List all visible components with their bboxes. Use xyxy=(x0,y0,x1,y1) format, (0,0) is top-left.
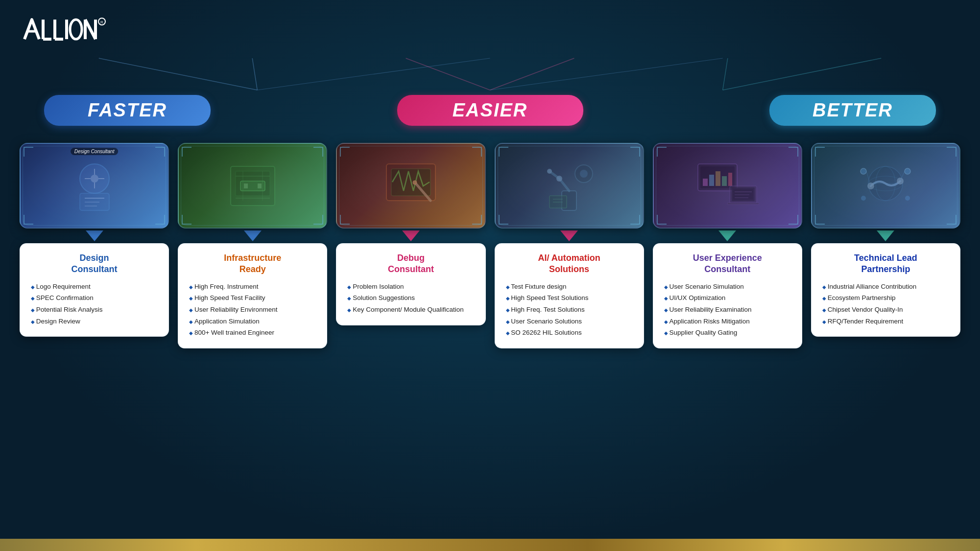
svg-line-16 xyxy=(490,58,574,90)
svg-point-76 xyxy=(905,196,910,201)
image-infrastructure xyxy=(178,143,327,229)
column-debug: DebugConsultant Problem Isolation Soluti… xyxy=(336,143,485,348)
svg-rect-59 xyxy=(728,173,732,186)
image-debug xyxy=(336,143,485,229)
svg-point-49 xyxy=(580,170,588,178)
card-ai: AI/ AutomationSolutions Test Fixture des… xyxy=(495,243,644,348)
easier-pill: EASIER xyxy=(397,95,583,126)
card-title-ux: User ExperienceConsultant xyxy=(662,253,793,276)
allion-logo: R xyxy=(20,15,118,44)
column-ux: User ExperienceConsultant User Scenario … xyxy=(653,143,802,348)
faster-pill: FASTER xyxy=(44,95,211,126)
arrow-partnership xyxy=(877,230,894,241)
list-item: Design Review xyxy=(29,316,160,327)
svg-point-42 xyxy=(413,181,417,184)
image-partnership xyxy=(811,143,960,229)
better-pill: BETTER xyxy=(769,95,936,126)
svg-point-25 xyxy=(91,175,98,183)
arrow-ai xyxy=(560,230,578,241)
svg-rect-62 xyxy=(733,189,753,200)
list-item: User Reliability Examination xyxy=(662,304,793,315)
svg-rect-56 xyxy=(709,175,714,186)
svg-point-75 xyxy=(861,196,866,201)
svg-point-47 xyxy=(547,169,552,174)
list-item: High Freq. Test Solutions xyxy=(504,304,635,315)
card-title-infra: InfrastructureReady xyxy=(187,253,318,276)
list-item: Application Simulation xyxy=(187,316,318,327)
better-group: BETTER xyxy=(769,95,936,126)
image-icon-debug xyxy=(337,144,484,228)
arrow-debug xyxy=(402,230,420,241)
list-item: Chipset Vendor Quality-In xyxy=(820,304,951,315)
list-item: Problem Isolation xyxy=(345,281,476,292)
list-item: 800+ Well trained Engineer xyxy=(187,327,318,338)
svg-line-12 xyxy=(99,58,258,90)
pills-row: FASTER EASIER BETTER xyxy=(20,95,960,126)
svg-rect-58 xyxy=(722,176,727,186)
svg-line-17 xyxy=(490,58,723,90)
card-title-design: DesignConsultant xyxy=(29,253,160,276)
svg-point-46 xyxy=(556,176,562,182)
svg-line-19 xyxy=(723,58,882,90)
svg-rect-66 xyxy=(727,203,759,205)
list-item: Solution Suggestions xyxy=(345,293,476,303)
list-item: User Scenario Solutions xyxy=(504,316,635,327)
list-item: Ecosystem Partnership xyxy=(820,293,951,303)
list-item: RFQ/Tender Requirement xyxy=(820,316,951,327)
arrow-ux xyxy=(718,230,736,241)
svg-rect-34 xyxy=(258,184,262,188)
card-infrastructure: InfrastructureReady High Freq. Instrumen… xyxy=(178,243,327,348)
card-partnership: Technical LeadPartnership Industrial All… xyxy=(811,243,960,337)
image-ux xyxy=(653,143,802,229)
card-title-ai: AI/ AutomationSolutions xyxy=(504,253,635,276)
list-item: Supplier Quality Gating xyxy=(662,327,793,338)
card-title-partnership: Technical LeadPartnership xyxy=(820,253,951,276)
image-icon-design xyxy=(21,144,168,228)
svg-text:R: R xyxy=(100,20,103,24)
svg-rect-57 xyxy=(716,171,720,186)
image-ai xyxy=(495,143,644,229)
logo: R xyxy=(20,15,960,46)
card-title-debug: DebugConsultant xyxy=(345,253,476,276)
list-item: High Speed Test Facility xyxy=(187,293,318,303)
columns-wrapper: Design Consultant xyxy=(20,143,960,348)
list-item: User Reliability Environment xyxy=(187,304,318,315)
card-list-infra: High Freq. Instrument High Speed Test Fa… xyxy=(187,281,318,338)
list-item: User Scenario Simulation xyxy=(662,281,793,292)
card-list-ai: Test Fixture design High Speed Test Solu… xyxy=(504,281,635,338)
card-ux: User ExperienceConsultant User Scenario … xyxy=(653,243,802,348)
image-design-consultant: Design Consultant xyxy=(20,143,169,229)
easier-group: EASIER xyxy=(397,95,583,126)
list-item: UI/UX Optimization xyxy=(662,293,793,303)
list-item: Application Risks Mitigation xyxy=(662,316,793,327)
svg-rect-33 xyxy=(244,184,248,188)
svg-line-13 xyxy=(252,58,257,90)
column-ai: AI/ AutomationSolutions Test Fixture des… xyxy=(495,143,644,348)
main-content: FASTER EASIER BETTER Design Co xyxy=(20,56,960,348)
list-item: Test Fixture design xyxy=(504,281,635,292)
card-debug: DebugConsultant Problem Isolation Soluti… xyxy=(336,243,485,325)
column-design-consultant: Design Consultant xyxy=(20,143,169,348)
list-item: High Speed Test Solutions xyxy=(504,293,635,303)
list-item: Logo Requirement xyxy=(29,281,160,292)
card-list-design: Logo Requirement SPEC Confirmation Poten… xyxy=(29,281,160,326)
svg-point-6 xyxy=(70,20,82,39)
list-item: Industrial Alliance Contribution xyxy=(820,281,951,292)
card-list-partnership: Industrial Alliance Contribution Ecosyst… xyxy=(820,281,951,326)
arrow-infra xyxy=(244,230,262,241)
column-infrastructure: InfrastructureReady High Freq. Instrumen… xyxy=(178,143,327,348)
image-icon-infra xyxy=(179,144,326,228)
faster-group: FASTER xyxy=(44,95,211,126)
list-item: Potential Risk Analysis xyxy=(29,304,160,315)
svg-line-8 xyxy=(85,20,96,39)
card-list-ux: User Scenario Simulation UI/UX Optimizat… xyxy=(662,281,793,338)
image-icon-ai xyxy=(496,144,643,228)
list-item: Key Component/ Module Qualification xyxy=(345,304,476,315)
image-icon-partnership xyxy=(812,144,959,228)
card-design-consultant: DesignConsultant Logo Requirement SPEC C… xyxy=(20,243,169,337)
svg-line-14 xyxy=(257,58,490,90)
svg-line-18 xyxy=(723,58,728,90)
card-list-debug: Problem Isolation Solution Suggestions K… xyxy=(345,281,476,315)
svg-rect-55 xyxy=(703,179,708,186)
column-partnership: Technical LeadPartnership Industrial All… xyxy=(811,143,960,348)
